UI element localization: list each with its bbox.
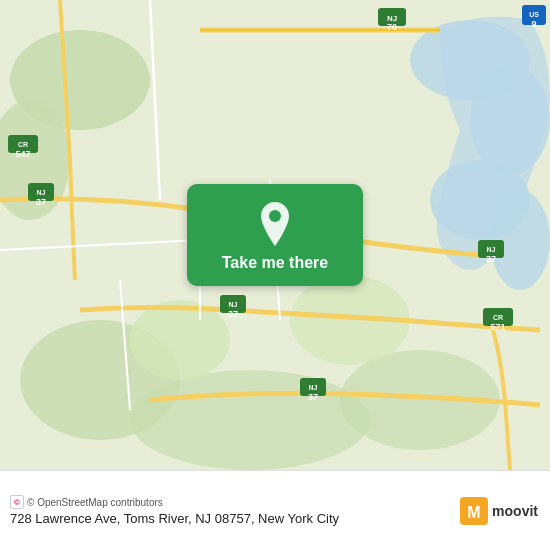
bottom-left: © © OpenStreetMap contributors 728 Lawre…: [10, 495, 339, 526]
svg-text:571: 571: [490, 322, 505, 332]
map-container: NJ 70 US 9 NJ 70 NJ 37 NJ 37 NJ 37 CR 57…: [0, 0, 550, 470]
svg-text:NJ: NJ: [487, 246, 496, 253]
take-me-there-button[interactable]: Take me there: [187, 184, 363, 286]
svg-text:37: 37: [486, 254, 496, 264]
location-pin-icon: [257, 202, 293, 246]
moovit-icon: M: [460, 497, 488, 525]
svg-text:NJ: NJ: [229, 301, 238, 308]
moovit-logo: M moovit: [460, 497, 538, 525]
svg-text:CR: CR: [493, 314, 503, 321]
svg-text:70: 70: [387, 22, 397, 32]
svg-text:37: 37: [36, 197, 46, 207]
address-text: 728 Lawrence Ave, Toms River, NJ 08757, …: [10, 511, 339, 526]
take-me-there-label: Take me there: [222, 254, 328, 272]
svg-text:US: US: [529, 11, 539, 18]
bottom-bar: © © OpenStreetMap contributors 728 Lawre…: [0, 470, 550, 550]
svg-point-8: [130, 370, 370, 470]
svg-point-10: [130, 300, 230, 380]
svg-text:CR: CR: [18, 141, 28, 148]
openstreetmap-logo: ©: [10, 495, 24, 509]
svg-text:M: M: [467, 504, 480, 521]
svg-text:NJ: NJ: [37, 189, 46, 196]
svg-point-46: [269, 210, 281, 222]
svg-text:547: 547: [15, 149, 30, 159]
osm-credit-text: © OpenStreetMap contributors: [27, 497, 163, 508]
svg-text:37: 37: [228, 309, 238, 319]
svg-text:9: 9: [531, 19, 536, 29]
svg-text:NJ: NJ: [309, 384, 318, 391]
svg-text:37: 37: [308, 392, 318, 402]
osm-credit: © © OpenStreetMap contributors: [10, 495, 339, 509]
moovit-text: moovit: [492, 503, 538, 519]
